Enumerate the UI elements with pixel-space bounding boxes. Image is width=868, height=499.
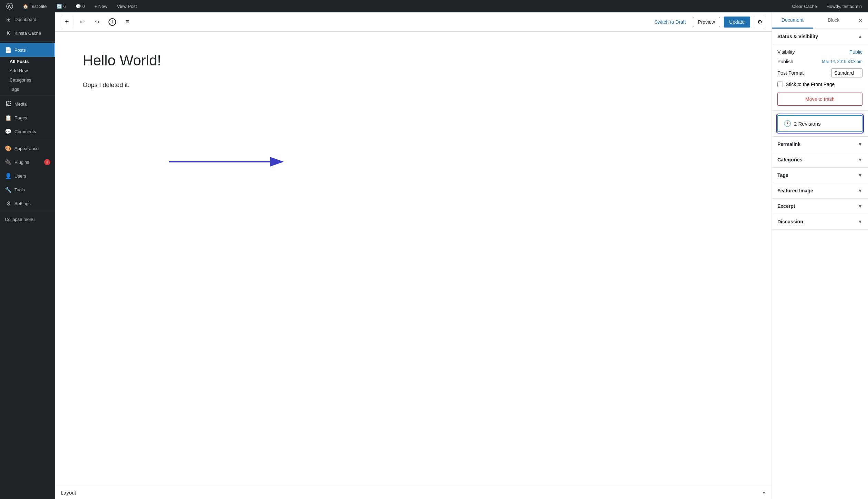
excerpt-section-header[interactable]: Excerpt ▼: [772, 199, 868, 214]
plugins-badge: 3: [44, 159, 50, 165]
sidebar-sub-all-posts[interactable]: All Posts: [0, 57, 55, 66]
featured-image-section-header[interactable]: Featured Image ▼: [772, 183, 868, 199]
tab-block[interactable]: Block: [813, 12, 855, 29]
publish-label: Publish: [777, 59, 793, 64]
sidebar: ⊞ Dashboard K Kinsta Cache 📄 Posts All P…: [0, 12, 55, 499]
clear-cache-button[interactable]: Clear Cache: [790, 2, 819, 10]
sidebar-label-kinsta-cache: Kinsta Cache: [14, 31, 41, 36]
editor-footer: Layout ▼: [55, 486, 772, 499]
comments-nav-icon: 💬: [5, 128, 12, 135]
right-panel: Document Block ✕ Status & Visibility ▲ V…: [772, 12, 868, 499]
sidebar-item-appearance[interactable]: 🎨 Appearance: [0, 141, 55, 155]
permalink-section-header[interactable]: Permalink ▼: [772, 137, 868, 152]
categories-title: Categories: [777, 157, 802, 162]
sidebar-item-comments[interactable]: 💬 Comments: [0, 125, 55, 138]
sidebar-sub-tags[interactable]: Tags: [0, 85, 55, 94]
post-title[interactable]: Hello World!: [83, 52, 744, 69]
visibility-row: Visibility Public: [777, 49, 862, 55]
sidebar-item-plugins[interactable]: 🔌 Plugins 3: [0, 155, 55, 169]
media-icon: 🖼: [5, 100, 12, 107]
settings-panel-button[interactable]: ⚙: [754, 16, 766, 28]
sidebar-item-tools[interactable]: 🔧 Tools: [0, 183, 55, 197]
layout-chevron-icon[interactable]: ▼: [762, 490, 766, 495]
switch-to-draft-button[interactable]: Switch to Draft: [651, 17, 689, 27]
post-format-label: Post Format: [777, 70, 804, 76]
add-block-icon: +: [65, 18, 69, 26]
appearance-icon: 🎨: [5, 145, 12, 152]
post-format-select[interactable]: Standard Aside Image Video Quote Link: [831, 68, 862, 77]
sidebar-item-dashboard[interactable]: ⊞ Dashboard: [0, 12, 55, 26]
publish-value[interactable]: Mar 14, 2019 8:08 am: [822, 59, 862, 64]
tools-icon: 🔧: [5, 186, 12, 193]
featured-image-title: Featured Image: [777, 188, 813, 193]
discussion-section-header[interactable]: Discussion ▼: [772, 214, 868, 230]
update-button[interactable]: Update: [724, 17, 750, 28]
visibility-value[interactable]: Public: [849, 49, 862, 55]
site-name-link[interactable]: 🏠 Test Site: [21, 2, 49, 10]
post-body[interactable]: Oops I deleted it.: [83, 80, 744, 91]
sidebar-item-posts[interactable]: 📄 Posts: [0, 43, 55, 57]
revisions-section: 🕐 2 Revisions: [772, 115, 868, 137]
post-format-select-wrapper: Standard Aside Image Video Quote Link: [831, 68, 862, 77]
updates-count: 6: [63, 4, 66, 9]
excerpt-chevron-icon: ▼: [858, 203, 862, 209]
site-name: Test Site: [30, 4, 47, 9]
sidebar-item-kinsta-cache[interactable]: K Kinsta Cache: [0, 26, 55, 40]
redo-icon: ↪: [95, 19, 100, 25]
comments-link[interactable]: 💬 0: [73, 2, 87, 10]
sidebar-label-comments: Comments: [14, 129, 36, 134]
sidebar-item-settings[interactable]: ⚙ Settings: [0, 197, 55, 210]
sidebar-label-plugins: Plugins: [14, 160, 29, 165]
revisions-button[interactable]: 🕐 2 Revisions: [777, 115, 862, 132]
panel-close-button[interactable]: ✕: [854, 14, 867, 27]
sidebar-label-settings: Settings: [14, 201, 31, 206]
sidebar-label-dashboard: Dashboard: [14, 17, 37, 22]
info-button[interactable]: i: [106, 16, 118, 28]
list-view-button[interactable]: ≡: [121, 16, 134, 28]
preview-button[interactable]: Preview: [693, 17, 720, 27]
redo-button[interactable]: ↪: [91, 16, 103, 28]
discussion-title: Discussion: [777, 219, 803, 224]
wp-logo-link[interactable]: W: [4, 1, 15, 11]
kinsta-icon: K: [5, 30, 12, 36]
sidebar-item-pages[interactable]: 📋 Pages: [0, 111, 55, 125]
info-icon: i: [108, 18, 116, 26]
move-to-trash-button[interactable]: Move to trash: [777, 93, 862, 106]
view-post-link[interactable]: View Post: [115, 2, 139, 10]
view-post-label: View Post: [117, 4, 137, 9]
visibility-label: Visibility: [777, 49, 795, 55]
panel-tabs: Document Block ✕: [772, 12, 868, 29]
stick-front-row: Stick to the Front Page: [777, 82, 862, 87]
posts-icon: 📄: [5, 46, 12, 53]
sidebar-sub-add-new[interactable]: Add New: [0, 66, 55, 75]
admin-bar: W 🏠 Test Site 🔄 6 💬 0 + New View Post Cl…: [0, 0, 868, 12]
collapse-menu-button[interactable]: Collapse menu: [0, 213, 55, 225]
svg-text:W: W: [8, 4, 12, 9]
sidebar-divider-1: [0, 41, 55, 42]
publish-row: Publish Mar 14, 2019 8:08 am: [777, 59, 862, 64]
clear-cache-label: Clear Cache: [792, 4, 817, 9]
stick-front-label: Stick to the Front Page: [786, 82, 835, 87]
dashboard-icon: ⊞: [5, 16, 12, 23]
sidebar-item-users[interactable]: 👤 Users: [0, 169, 55, 183]
categories-section-header[interactable]: Categories ▼: [772, 152, 868, 168]
sidebar-item-media[interactable]: 🖼 Media: [0, 97, 55, 111]
stick-front-checkbox[interactable]: [777, 82, 783, 87]
new-content-link[interactable]: + New: [92, 2, 109, 10]
howdy-link[interactable]: Howdy, testadmin: [825, 2, 864, 10]
undo-button[interactable]: ↩: [76, 16, 88, 28]
comments-icon: 💬: [75, 4, 81, 9]
tab-document[interactable]: Document: [772, 12, 813, 29]
updates-link[interactable]: 🔄 6: [54, 2, 68, 10]
sidebar-label-users: Users: [14, 173, 26, 179]
tags-section-header[interactable]: Tags ▼: [772, 168, 868, 183]
sidebar-divider-4: [0, 212, 55, 212]
add-block-button[interactable]: +: [61, 16, 73, 28]
sidebar-sub-categories[interactable]: Categories: [0, 75, 55, 85]
house-icon: 🏠: [23, 4, 28, 9]
featured-image-chevron-icon: ▼: [858, 188, 862, 193]
plugins-icon: 🔌: [5, 159, 12, 166]
status-visibility-section-header[interactable]: Status & Visibility ▲: [772, 29, 868, 44]
new-label: + New: [94, 4, 107, 9]
excerpt-title: Excerpt: [777, 203, 795, 209]
